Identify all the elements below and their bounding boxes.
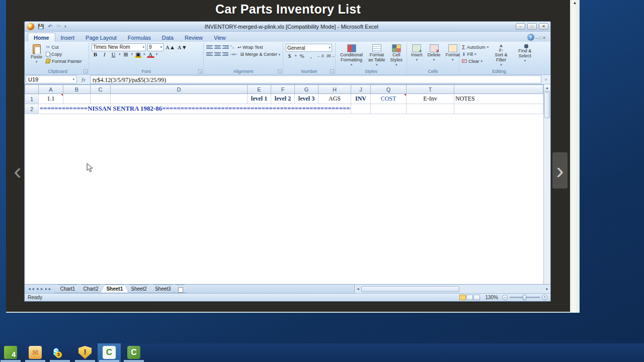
photo-app-icon[interactable]: 4	[4, 346, 17, 359]
sheet-tab-sheet2[interactable]: Sheet2	[125, 285, 152, 293]
format-cells-button[interactable]: Format▾	[444, 44, 462, 68]
zoom-level[interactable]: 130%	[485, 295, 498, 300]
column-header[interactable]: T	[407, 85, 454, 94]
cell[interactable]: level 3	[295, 94, 318, 104]
zoom-out-button[interactable]: −	[502, 295, 508, 300]
cell[interactable]	[351, 104, 371, 114]
number-format-combo[interactable]: General▾	[286, 44, 332, 52]
horizontal-scrollbar[interactable]: ◄ ►	[354, 285, 550, 293]
cell[interactable]	[454, 104, 543, 114]
sheet-tab-chart2[interactable]: Chart2	[77, 285, 104, 293]
previous-arrow-button[interactable]: ‹	[9, 155, 26, 187]
cell-styles-button[interactable]: Cell Styles▾	[389, 44, 405, 68]
decrease-decimal-icon[interactable]: .00→	[326, 52, 333, 59]
page-layout-view-button[interactable]	[466, 295, 473, 300]
scrollbar-thumb[interactable]	[544, 92, 550, 118]
horizontal-scrollbar-thumb[interactable]	[361, 286, 459, 292]
cell[interactable]	[111, 94, 248, 104]
normal-view-button[interactable]	[459, 295, 466, 300]
bold-button[interactable]: B	[92, 50, 99, 58]
sheet-nav-buttons[interactable]: ◄◄ ◄ ► ►►	[25, 285, 54, 293]
column-header[interactable]: A	[39, 85, 63, 94]
align-left-icon[interactable]	[206, 52, 213, 56]
wrap-text-button[interactable]: ↩ Wrap Text	[237, 45, 263, 50]
borders-button[interactable]: ⊞	[122, 50, 130, 58]
security-shield-icon[interactable]: !	[78, 346, 92, 359]
accounting-format-icon[interactable]: $	[286, 52, 293, 59]
alignment-dialog-launcher-icon[interactable]: ↘	[278, 69, 282, 73]
tab-home[interactable]: Home	[28, 33, 55, 42]
formula-bar-expand-icon[interactable]: ▿	[542, 75, 549, 83]
name-box[interactable]: U19▾	[26, 75, 77, 83]
cell[interactable]: E-Inv	[407, 94, 454, 104]
column-header[interactable]: C	[91, 85, 111, 94]
cell[interactable]: 1.1	[39, 94, 63, 104]
skype-icon[interactable]: S3	[53, 348, 59, 356]
tab-review[interactable]: Review	[179, 33, 208, 42]
column-header[interactable]: B	[63, 85, 91, 94]
formula-input[interactable]: ty$4.12(3/5/97)/pa$5(3/25/99)	[90, 75, 541, 83]
camtasia-recorder-icon[interactable]: C	[127, 346, 140, 359]
zoom-slider[interactable]	[510, 297, 540, 298]
column-header[interactable]: H	[318, 85, 351, 94]
help-icon[interactable]: ?	[527, 34, 534, 41]
increase-decimal-icon[interactable]: ←.0	[316, 52, 324, 59]
cut-button[interactable]: ✂Cut	[46, 44, 82, 50]
sort-filter-button[interactable]: AZ↓ Sort & Filter▾	[491, 44, 511, 68]
shrink-font-button[interactable]: A▼	[177, 43, 188, 51]
next-arrow-button[interactable]: ›	[552, 152, 568, 189]
cell[interactable]: NOTES	[454, 94, 543, 104]
cell[interactable]: level 2	[271, 94, 295, 104]
align-right-icon[interactable]	[222, 52, 229, 56]
scroll-left-icon[interactable]: ◄	[355, 287, 361, 291]
scroll-up-icon[interactable]: ▲	[544, 84, 550, 92]
outlook-icon[interactable]: ✉	[29, 346, 42, 359]
sheet-vertical-scrollbar[interactable]: ▲	[543, 84, 550, 284]
format-painter-button[interactable]: Format Painter	[46, 58, 82, 64]
column-header[interactable]: Q	[371, 85, 407, 94]
sheet-tab-sheet1[interactable]: Sheet1	[101, 285, 128, 293]
format-as-table-button[interactable]: Format as Table▾	[367, 44, 386, 68]
italic-button[interactable]: I	[101, 50, 108, 58]
undo-icon[interactable]: ↶	[47, 24, 53, 29]
delete-cells-button[interactable]: Delete▾	[426, 44, 442, 68]
save-icon[interactable]: 💾	[37, 24, 45, 29]
sheet-tab-sheet3[interactable]: Sheet3	[149, 285, 177, 293]
sheet-tab-chart1[interactable]: Chart1	[54, 285, 80, 293]
cell[interactable]: COST	[371, 94, 407, 104]
cell[interactable]: level 1	[248, 94, 271, 104]
zoom-slider-handle[interactable]	[523, 295, 526, 300]
autosum-button[interactable]: ΣAutoSum▾	[462, 44, 489, 50]
clipboard-dialog-launcher-icon[interactable]: ↘	[84, 69, 88, 73]
top-align-icon[interactable]	[206, 45, 213, 49]
scroll-right-icon[interactable]: ►	[544, 287, 550, 291]
qat-dropdown-icon[interactable]: ▾	[63, 25, 67, 29]
copy-button[interactable]: Copy	[46, 51, 82, 57]
align-center-icon[interactable]	[214, 52, 221, 56]
tab-formulas[interactable]: Formulas	[122, 33, 156, 42]
conditional-formatting-button[interactable]: Conditional Formatting▾	[338, 44, 365, 68]
number-dialog-launcher-icon[interactable]: ↘	[330, 69, 334, 73]
font-dialog-launcher-icon[interactable]: ↘	[198, 69, 202, 73]
ribbon-minimize-icon[interactable]: – □ ✕	[536, 36, 546, 40]
column-header[interactable]	[454, 85, 543, 94]
cell[interactable]	[371, 104, 407, 114]
tab-insert[interactable]: Insert	[55, 33, 80, 42]
underline-button[interactable]: U	[110, 50, 117, 58]
bottom-align-icon[interactable]	[222, 45, 229, 49]
column-header[interactable]: G	[295, 85, 318, 94]
close-button[interactable]: ✕	[539, 23, 548, 30]
fill-color-button[interactable]: ▣	[134, 50, 142, 58]
camtasia-icon[interactable]: C	[103, 346, 116, 359]
cell[interactable]: INV	[351, 94, 371, 104]
insert-cells-button[interactable]: Insert▾	[410, 44, 424, 68]
column-header[interactable]: F	[271, 85, 295, 94]
column-header[interactable]: E	[248, 85, 271, 94]
select-all-corner[interactable]	[25, 85, 39, 94]
percent-style-icon[interactable]: %	[298, 52, 306, 59]
font-color-button[interactable]: A	[147, 50, 154, 58]
zoom-in-button[interactable]: +	[542, 295, 547, 300]
cell[interactable]: AGS	[318, 94, 351, 104]
insert-worksheet-tab[interactable]	[174, 285, 187, 293]
cell[interactable]	[91, 94, 111, 104]
